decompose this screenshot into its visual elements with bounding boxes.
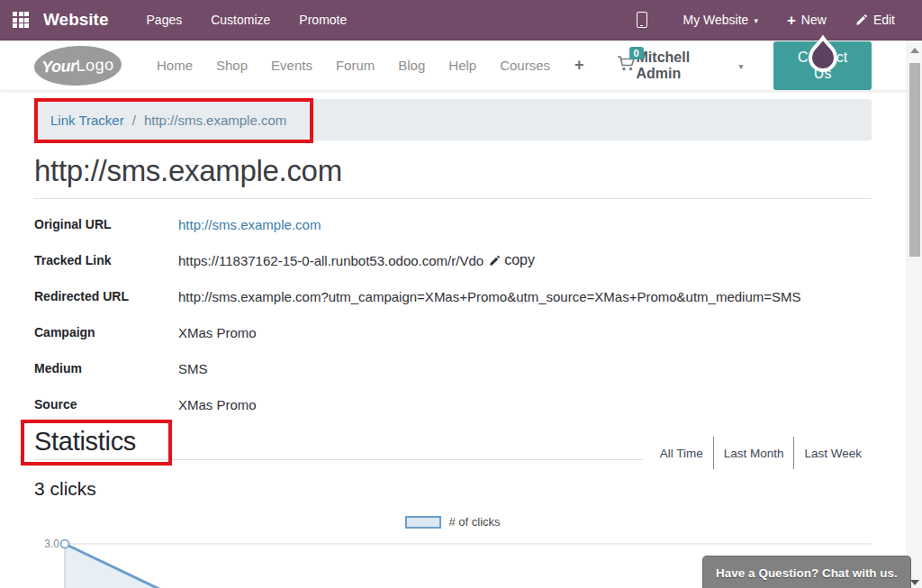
site-logo[interactable]: YourLogo bbox=[33, 44, 122, 86]
breadcrumb: Link Tracker / http://sms.example.com bbox=[34, 99, 872, 140]
scroll-down-arrow[interactable] bbox=[910, 580, 919, 585]
field-original-url: Original URL http://sms.example.com bbox=[34, 206, 872, 242]
legend-label: # of clicks bbox=[448, 515, 500, 529]
link-details: Original URL http://sms.example.com Trac… bbox=[34, 206, 872, 422]
y-axis-tick: 3.0 bbox=[44, 538, 59, 550]
legend-swatch bbox=[405, 516, 441, 529]
field-tracked-link: Tracked Link https://11837162-15-0-all.r… bbox=[34, 242, 872, 278]
new-button[interactable]: + New bbox=[773, 13, 841, 28]
contact-us-button[interactable]: Contact Us bbox=[773, 41, 872, 90]
chevron-down-icon: ▾ bbox=[754, 16, 758, 25]
menu-blog[interactable]: Blog bbox=[386, 58, 437, 73]
user-name: Mitchell Admin bbox=[637, 50, 732, 82]
original-url-link[interactable]: http://sms.example.com bbox=[178, 217, 321, 232]
apps-menu-icon[interactable] bbox=[13, 12, 29, 28]
mobile-preview-icon[interactable] bbox=[637, 12, 647, 28]
field-medium: Medium SMS bbox=[34, 350, 872, 386]
page-title: http://sms.example.com bbox=[34, 154, 872, 199]
scroll-up-arrow[interactable] bbox=[910, 48, 919, 53]
cart-button[interactable]: 0 bbox=[617, 55, 637, 76]
breadcrumb-link-tracker[interactable]: Link Tracker bbox=[50, 113, 124, 128]
edit-button[interactable]: Edit bbox=[841, 13, 909, 27]
cart-count-badge: 0 bbox=[629, 47, 644, 59]
statistics-title: Statistics bbox=[34, 427, 643, 457]
my-website-dropdown[interactable]: My Website ▾ bbox=[669, 13, 773, 27]
field-redirected-url: Redirected URL http://sms.example.com?ut… bbox=[34, 278, 872, 314]
website-navbar: YourLogo Home Shop Events Forum Blog Hel… bbox=[0, 41, 922, 90]
menu-customize[interactable]: Customize bbox=[196, 13, 285, 27]
menu-courses[interactable]: Courses bbox=[488, 58, 562, 73]
site-menu: Home Shop Events Forum Blog Help Courses… bbox=[145, 55, 637, 76]
main-content: Link Tracker / http://sms.example.com ht… bbox=[34, 99, 872, 588]
user-menu[interactable]: Mitchell Admin ▾ bbox=[637, 50, 744, 82]
statistics-header: Statistics All Time Last Month Last Week bbox=[34, 427, 872, 460]
vertical-scrollbar bbox=[907, 41, 922, 588]
statistics-range-tabs: All Time Last Month Last Week bbox=[643, 437, 872, 469]
tracked-link-value: https://11837162-15-0-all.runbot53.odoo.… bbox=[178, 253, 484, 268]
link-tracker-page: Website Pages Customize Promote My Websi… bbox=[0, 0, 922, 588]
plus-icon: + bbox=[787, 13, 796, 28]
tab-last-week[interactable]: Last Week bbox=[793, 437, 872, 469]
menu-help[interactable]: Help bbox=[437, 58, 488, 73]
menu-promote[interactable]: Promote bbox=[285, 13, 361, 27]
add-menu-plus-icon[interactable]: + bbox=[562, 56, 597, 75]
menu-pages[interactable]: Pages bbox=[132, 13, 197, 27]
menu-home[interactable]: Home bbox=[145, 58, 204, 73]
app-title[interactable]: Website bbox=[43, 10, 109, 30]
tab-all-time[interactable]: All Time bbox=[650, 437, 713, 469]
copy-button[interactable]: copy bbox=[489, 252, 535, 268]
backend-navbar: Website Pages Customize Promote My Websi… bbox=[0, 0, 922, 41]
clicks-summary: 3 clicks bbox=[34, 478, 872, 500]
breadcrumb-current: http://sms.example.com bbox=[144, 113, 286, 128]
chart-legend: # of clicks bbox=[34, 515, 872, 529]
menu-shop[interactable]: Shop bbox=[204, 58, 259, 73]
scrollbar-thumb[interactable] bbox=[909, 63, 920, 257]
field-campaign: Campaign XMas Promo bbox=[34, 314, 872, 350]
data-point-marker[interactable] bbox=[61, 540, 69, 548]
tab-last-month[interactable]: Last Month bbox=[713, 437, 794, 469]
breadcrumb-separator: / bbox=[132, 113, 136, 128]
menu-events[interactable]: Events bbox=[259, 58, 324, 73]
pencil-icon bbox=[489, 255, 501, 267]
livechat-button[interactable]: Have a Question? Chat with us. bbox=[702, 556, 911, 588]
pencil-icon bbox=[855, 14, 868, 26]
field-source: Source XMas Promo bbox=[34, 386, 872, 422]
chevron-down-icon: ▾ bbox=[739, 62, 744, 71]
menu-forum[interactable]: Forum bbox=[324, 58, 386, 73]
